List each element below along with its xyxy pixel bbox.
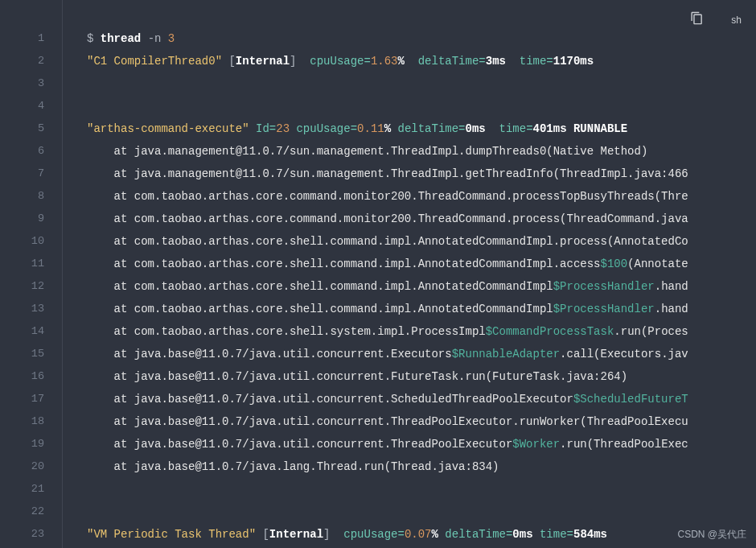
code-token: at com.taobao.arthas.core.shell.command.… <box>87 258 601 270</box>
line-number: 14 <box>0 320 62 343</box>
code-line: at java.base@11.0.7/java.lang.Thread.run… <box>87 455 756 478</box>
code-token: at java.base@11.0.7/java.util.concurrent… <box>87 348 452 361</box>
code-token: at java.base@11.0.7/java.lang.Thread.run… <box>87 460 499 473</box>
code-token: $100 <box>601 258 628 270</box>
code-line: at com.taobao.arthas.core.shell.command.… <box>87 298 756 320</box>
code-token: at com.taobao.arthas.core.shell.system.i… <box>87 325 486 338</box>
code-line: at com.taobao.arthas.core.shell.command.… <box>87 253 756 275</box>
code-token: [ <box>256 528 269 541</box>
code-token: 0.11 <box>357 122 384 135</box>
line-number: 19 <box>0 433 62 455</box>
code-token: .hand <box>655 280 688 293</box>
line-number: 11 <box>0 253 62 275</box>
code-token: at java.base@11.0.7/java.util.concurrent… <box>87 370 627 383</box>
line-number: 2 <box>0 50 62 72</box>
line-number: 4 <box>0 95 62 117</box>
code-line: at java.base@11.0.7/java.util.concurrent… <box>87 343 756 365</box>
code-toolbar: sh <box>690 11 742 28</box>
line-number: 23 <box>0 523 62 546</box>
code-token: $CommandProcessTask <box>486 325 614 338</box>
code-token: at java.base@11.0.7/java.util.concurrent… <box>87 415 688 428</box>
line-number: 22 <box>0 501 62 523</box>
line-number: 5 <box>0 117 62 140</box>
code-token: [ <box>222 55 236 68</box>
code-token: .call(Executors.jav <box>560 348 688 361</box>
line-number: 7 <box>0 163 62 185</box>
line-number: 18 <box>0 410 62 433</box>
line-number: 16 <box>0 365 62 388</box>
copy-icon[interactable] <box>690 11 704 28</box>
line-number: 10 <box>0 230 62 253</box>
line-number: 17 <box>0 388 62 410</box>
line-number: 13 <box>0 298 62 320</box>
code-token: Internal <box>236 55 290 68</box>
code-token: deltaTime= <box>391 122 465 135</box>
code-line <box>87 478 756 501</box>
line-number: 12 <box>0 275 62 298</box>
code-line: $ thread -n 3 <box>87 27 756 50</box>
code-line: at java.base@11.0.7/java.util.concurrent… <box>87 410 756 433</box>
code-line: at com.taobao.arthas.core.command.monito… <box>87 185 756 208</box>
code-line <box>87 95 756 117</box>
code-token: .run(ThreadPoolExec <box>560 438 688 451</box>
code-token: cpuUsage= <box>303 55 371 68</box>
code-line: at com.taobao.arthas.core.shell.system.i… <box>87 320 756 343</box>
code-token: -n <box>148 32 168 45</box>
code-token: $ProcessHandler <box>553 303 655 315</box>
watermark-text: CSDN @吴代庄 <box>677 528 746 542</box>
code-token: 401ms RUNNABLE <box>533 122 628 135</box>
code-token: cpuUsage= <box>290 122 357 135</box>
code-token: 0.07 <box>405 528 432 541</box>
code-token: 3ms <box>486 55 513 68</box>
code-token: at com.taobao.arthas.core.command.monito… <box>87 212 688 225</box>
code-token: at java.base@11.0.7/java.util.concurrent… <box>87 393 573 406</box>
code-line <box>87 501 756 523</box>
code-token: 3 <box>168 32 175 45</box>
code-token: at com.taobao.arthas.core.shell.command.… <box>87 235 688 248</box>
code-token: "C1 CompilerThread0" <box>87 55 222 68</box>
code-token: at com.taobao.arthas.core.shell.command.… <box>87 303 553 315</box>
code-token: time= <box>486 122 533 135</box>
code-token: at java.management@11.0.7/sun.management… <box>87 167 688 180</box>
code-token: time= <box>533 528 573 541</box>
line-number: 9 <box>0 208 62 230</box>
code-token: $ <box>87 32 101 45</box>
code-token: % <box>384 122 391 135</box>
code-block: 1234567891011121314151617181920212223 $ … <box>0 0 756 548</box>
code-token: 584ms <box>573 528 607 541</box>
code-token: time= <box>512 55 553 68</box>
code-token: 1.63 <box>371 55 398 68</box>
line-number: 21 <box>0 478 62 501</box>
code-token: 0ms <box>466 122 486 135</box>
code-line: at java.management@11.0.7/sun.management… <box>87 163 756 185</box>
code-token: at com.taobao.arthas.core.command.monito… <box>87 190 688 203</box>
code-token: at java.base@11.0.7/java.util.concurrent… <box>87 438 512 451</box>
code-token: ] <box>290 55 303 68</box>
line-number: 1 <box>0 27 62 50</box>
line-number: 6 <box>0 140 62 163</box>
code-token: $RunnableAdapter <box>452 348 560 361</box>
line-number: 3 <box>0 72 62 95</box>
code-token: Internal <box>269 528 323 541</box>
code-token: $Worker <box>512 438 560 451</box>
code-line: at java.base@11.0.7/java.util.concurrent… <box>87 365 756 388</box>
code-token: $ScheduledFutureT <box>573 393 688 406</box>
code-line: "arthas-command-execute" Id=23 cpuUsage=… <box>87 117 756 140</box>
code-token: "arthas-command-execute" <box>87 122 249 135</box>
code-token: .run(Proces <box>614 325 688 338</box>
code-line: at com.taobao.arthas.core.shell.command.… <box>87 275 756 298</box>
code-line: at java.base@11.0.7/java.util.concurrent… <box>87 433 756 455</box>
line-number-gutter: 1234567891011121314151617181920212223 <box>0 0 63 548</box>
line-number: 8 <box>0 185 62 208</box>
code-token: 0ms <box>512 528 532 541</box>
code-token: deltaTime= <box>411 55 485 68</box>
code-token: 1170ms <box>553 55 594 68</box>
code-token: % <box>432 528 438 541</box>
code-token: at com.taobao.arthas.core.shell.command.… <box>87 280 553 293</box>
code-line: "VM Periodic Task Thread" [Internal] cpu… <box>87 523 756 546</box>
code-line: at java.management@11.0.7/sun.management… <box>87 140 756 163</box>
code-line: at com.taobao.arthas.core.shell.command.… <box>87 230 756 253</box>
code-token: cpuUsage= <box>337 528 405 541</box>
code-area[interactable]: $ thread -n 3"C1 CompilerThread0" [Inter… <box>63 0 756 548</box>
code-token: Id= <box>249 122 277 135</box>
